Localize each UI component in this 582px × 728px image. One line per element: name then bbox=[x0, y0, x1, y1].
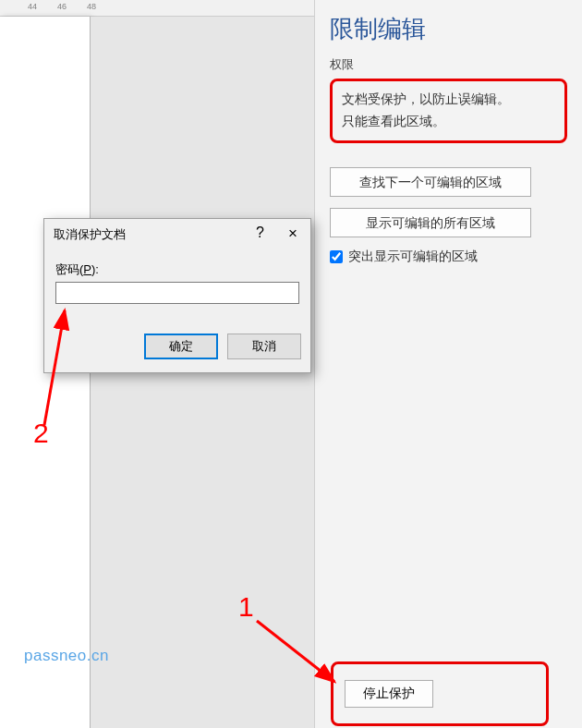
annotation-number-2: 2 bbox=[33, 418, 49, 449]
permissions-label: 权限 bbox=[330, 56, 567, 73]
dialog-close-button[interactable]: × bbox=[288, 224, 297, 243]
show-all-editable-button[interactable]: 显示可编辑的所有区域 bbox=[330, 208, 531, 237]
ruler-tick-44: 44 bbox=[28, 2, 37, 11]
password-label: 密码(P): bbox=[55, 261, 99, 278]
panel-title: 限制编辑 bbox=[330, 13, 567, 45]
highlight-editable-checkbox[interactable] bbox=[330, 250, 343, 263]
ok-button[interactable]: 确定 bbox=[144, 334, 218, 359]
watermark: passneo.cn bbox=[24, 647, 109, 665]
highlight-editable-label: 突出显示可编辑的区域 bbox=[348, 249, 478, 265]
unprotect-document-dialog: 取消保护文档 ? × 密码(P): 确定 取消 bbox=[43, 218, 311, 373]
cancel-button[interactable]: 取消 bbox=[227, 334, 301, 359]
restrict-editing-panel: 限制编辑 权限 文档受保护，以防止误编辑。 只能查看此区域。 查找下一个可编辑的… bbox=[314, 0, 582, 728]
dialog-help-button[interactable]: ? bbox=[256, 224, 264, 241]
dialog-title: 取消保护文档 bbox=[54, 226, 126, 243]
stop-protection-button[interactable]: 停止保护 bbox=[345, 680, 433, 708]
protection-info-line2: 只能查看此区域。 bbox=[342, 111, 555, 133]
stop-protection-highlight: 停止保护 bbox=[331, 661, 549, 726]
highlight-editable-row[interactable]: 突出显示可编辑的区域 bbox=[330, 249, 567, 265]
ruler: 44 46 48 bbox=[0, 0, 314, 17]
annotation-number-1: 1 bbox=[238, 591, 254, 623]
protection-info-box: 文档受保护，以防止误编辑。 只能查看此区域。 bbox=[330, 79, 567, 143]
password-input[interactable] bbox=[55, 282, 299, 304]
ruler-tick-48: 48 bbox=[87, 2, 96, 11]
protection-info-line1: 文档受保护，以防止误编辑。 bbox=[342, 89, 555, 111]
find-next-editable-button[interactable]: 查找下一个可编辑的区域 bbox=[330, 167, 531, 197]
ruler-tick-46: 46 bbox=[57, 2, 67, 11]
